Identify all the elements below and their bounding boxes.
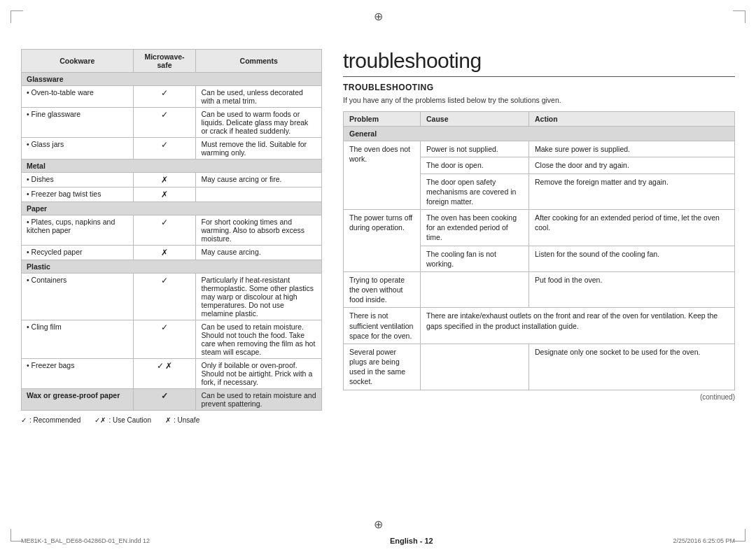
- cookware-item: Oven-to-table ware: [22, 86, 134, 108]
- legend-recommended-text: : Recommended: [29, 416, 80, 424]
- table-row: Several power plugs are being used in th…: [344, 344, 735, 390]
- problem-cell: There is not sufficient ventilation spac…: [344, 308, 421, 344]
- cookware-header: Cookware: [22, 50, 134, 73]
- microwave-safe-cell: ✓: [133, 320, 196, 359]
- section-general-label: General: [344, 127, 735, 141]
- legend-check-x-icon: ✓✗: [94, 416, 106, 424]
- table-row: Glass jars ✓ Must remove the lid. Suitab…: [22, 138, 322, 160]
- legend-caution-text: : Use Caution: [108, 416, 151, 424]
- problem-header: Problem: [344, 112, 421, 127]
- table-row: Cling film ✓ Can be used to retain moist…: [22, 320, 322, 359]
- table-row: Fine glassware ✓ Can be used to warm foo…: [22, 108, 322, 138]
- section-wax: Wax or grease-proof paper ✓ Can be used …: [22, 389, 322, 411]
- microwave-safe-cell: ✓: [133, 274, 196, 320]
- action-header: Action: [529, 112, 735, 127]
- cookware-item: Freezer bag twist ties: [22, 187, 134, 202]
- cookware-item: Containers: [22, 274, 134, 320]
- section-glassware-label: Glassware: [22, 73, 322, 86]
- table-row: Dishes ✗ May cause arcing or fire.: [22, 173, 322, 187]
- main-content: Cookware Microwave-safe Comments Glasswa…: [21, 49, 735, 538]
- legend-check-icon: ✓: [21, 416, 27, 424]
- cause-cell: Power is not supplied.: [421, 141, 529, 157]
- cookware-item: Recycled paper: [22, 246, 134, 260]
- microwave-safe-header: Microwave-safe: [133, 50, 196, 73]
- cause-cell: The door open safety mechanisms are cove…: [421, 174, 529, 210]
- section-paper-label: Paper: [22, 202, 322, 215]
- comments-cell: Can be used, unless decorated with a met…: [196, 86, 322, 108]
- problem-cell: The power turns off during operation.: [344, 210, 421, 272]
- problem-cell: Trying to operate the oven without food …: [344, 271, 421, 308]
- table-row: Containers ✓ Particularly if heat-resist…: [22, 274, 322, 320]
- table-row: Recycled paper ✗ May cause arcing.: [22, 246, 322, 260]
- table-row: Freezer bags ✓ ✗ Only if boilable or ove…: [22, 359, 322, 389]
- table-row: The power turns off during operation. Th…: [344, 210, 735, 246]
- cause-cell: The cooling fan is not working.: [421, 246, 529, 271]
- section-general: General: [344, 127, 735, 141]
- cookware-item: Cling film: [22, 320, 134, 359]
- cookware-item: Dishes: [22, 173, 134, 187]
- legend: ✓ : Recommended ✓✗ : Use Caution ✗ : Uns…: [21, 416, 322, 424]
- comments-cell: May cause arcing.: [196, 246, 322, 260]
- action-cell: Make sure power is supplied.: [529, 141, 735, 157]
- comments-cell: Can be used to warm foods or liquids. De…: [196, 108, 322, 138]
- table-row: The oven does not work. Power is not sup…: [344, 141, 735, 157]
- action-cell: Close the door and try again.: [529, 157, 735, 174]
- comments-cell: For short cooking times and warming. Als…: [196, 215, 322, 246]
- cause-action-cell: There are intake/exhaust outlets on the …: [421, 308, 735, 344]
- comments-cell: Particularly if heat-resistant thermopla…: [196, 274, 322, 320]
- cookware-item: Freezer bags: [22, 359, 134, 389]
- table-row: Oven-to-table ware ✓ Can be used, unless…: [22, 86, 322, 108]
- legend-recommended: ✓ : Recommended: [21, 416, 80, 424]
- troubleshooting-subtitle: TROUBLESHOOTING: [343, 83, 735, 92]
- comments-cell: Must remove the lid. Suitable for warmin…: [196, 138, 322, 160]
- troubleshooting-intro: If you have any of the problems listed b…: [343, 96, 735, 104]
- comments-cell: Only if boilable or oven-proof. Should n…: [196, 359, 322, 389]
- action-cell: After cooking for an extended period of …: [529, 210, 735, 246]
- page-title: troubleshooting: [343, 49, 735, 77]
- legend-unsafe: ✗ : Unsafe: [165, 416, 200, 424]
- microwave-safe-cell: ✗: [133, 187, 196, 202]
- comments-cell: Can be used to retain moisture and preve…: [196, 389, 322, 411]
- section-paper: Paper: [22, 202, 322, 215]
- cookware-item: Fine glassware: [22, 108, 134, 138]
- section-metal: Metal: [22, 160, 322, 173]
- comments-header: Comments: [196, 50, 322, 73]
- problem-cell: The oven does not work.: [344, 141, 421, 210]
- table-row: Freezer bag twist ties ✗: [22, 187, 322, 202]
- cookware-item: Glass jars: [22, 138, 134, 160]
- problem-cell: Several power plugs are being used in th…: [344, 344, 421, 390]
- cause-cell: [421, 271, 529, 308]
- legend-x-icon: ✗: [165, 416, 171, 424]
- cause-header: Cause: [421, 112, 529, 127]
- table-row: Plates, cups, napkins and kitchen paper …: [22, 215, 322, 246]
- legend-caution: ✓✗ : Use Caution: [94, 416, 151, 424]
- cookware-table: Cookware Microwave-safe Comments Glasswa…: [21, 49, 322, 411]
- cause-cell: The door is open.: [421, 157, 529, 174]
- microwave-safe-cell: ✓: [133, 215, 196, 246]
- continued-text: (continued): [343, 393, 735, 401]
- section-wax-label: Wax or grease-proof paper: [22, 389, 134, 411]
- section-metal-label: Metal: [22, 160, 322, 173]
- table-row: Trying to operate the oven without food …: [344, 271, 735, 308]
- section-glassware: Glassware: [22, 73, 322, 86]
- table-row: There is not sufficient ventilation spac…: [344, 308, 735, 344]
- microwave-safe-cell: ✓: [133, 108, 196, 138]
- comments-cell: Can be used to retain moisture. Should n…: [196, 320, 322, 359]
- comments-cell: [196, 187, 322, 202]
- right-section: troubleshooting TROUBLESHOOTING If you h…: [343, 49, 735, 538]
- action-cell: Put food in the oven.: [529, 271, 735, 308]
- section-plastic-label: Plastic: [22, 260, 322, 274]
- microwave-safe-cell: ✗: [133, 173, 196, 187]
- left-section: Cookware Microwave-safe Comments Glasswa…: [21, 49, 322, 538]
- action-cell: Remove the foreign matter and try again.: [529, 174, 735, 210]
- comments-cell: May cause arcing or fire.: [196, 173, 322, 187]
- microwave-safe-cell: ✗: [133, 246, 196, 260]
- section-plastic: Plastic: [22, 260, 322, 274]
- troubleshooting-table: Problem Cause Action General The oven do…: [343, 111, 735, 390]
- microwave-safe-cell: ✓: [133, 138, 196, 160]
- cause-cell: The oven has been cooking for an extende…: [421, 210, 529, 246]
- legend-unsafe-text: : Unsafe: [174, 416, 200, 424]
- action-cell: Listen for the sound of the cooling fan.: [529, 246, 735, 271]
- microwave-safe-cell: ✓: [133, 86, 196, 108]
- cause-cell: [421, 344, 529, 390]
